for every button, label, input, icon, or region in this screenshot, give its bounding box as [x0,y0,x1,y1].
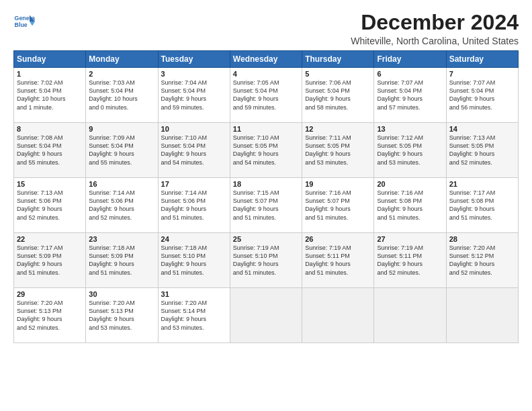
week-row-5: 29Sunrise: 7:20 AM Sunset: 5:13 PM Dayli… [14,288,519,343]
day-info: Sunrise: 7:12 AM Sunset: 5:05 PM Dayligh… [377,134,443,167]
day-number: 17 [161,180,227,188]
day-number: 25 [233,235,299,243]
calendar-cell: 3Sunrise: 7:04 AM Sunset: 5:04 PM Daylig… [158,68,230,123]
day-number: 26 [305,235,371,243]
calendar-cell: 28Sunrise: 7:20 AM Sunset: 5:12 PM Dayli… [446,233,518,288]
day-number: 29 [17,290,83,298]
day-info: Sunrise: 7:19 AM Sunset: 5:10 PM Dayligh… [233,244,299,277]
week-row-4: 22Sunrise: 7:17 AM Sunset: 5:09 PM Dayli… [14,233,519,288]
week-row-3: 15Sunrise: 7:13 AM Sunset: 5:06 PM Dayli… [14,178,519,233]
header: General Blue December 2024 Whiteville, N… [13,11,519,46]
calendar-cell: 29Sunrise: 7:20 AM Sunset: 5:13 PM Dayli… [14,288,86,343]
day-info: Sunrise: 7:07 AM Sunset: 5:04 PM Dayligh… [377,79,443,111]
day-info: Sunrise: 7:07 AM Sunset: 5:04 PM Dayligh… [449,79,515,111]
day-info: Sunrise: 7:18 AM Sunset: 5:10 PM Dayligh… [161,244,227,277]
day-number: 15 [17,180,83,188]
calendar-cell: 18Sunrise: 7:15 AM Sunset: 5:07 PM Dayli… [230,178,302,233]
day-info: Sunrise: 7:11 AM Sunset: 5:05 PM Dayligh… [305,134,371,167]
calendar-cell [302,288,374,343]
weekday-header-monday: Monday [86,51,158,68]
day-number: 2 [89,70,154,78]
day-info: Sunrise: 7:14 AM Sunset: 5:06 PM Dayligh… [89,189,154,222]
day-number: 8 [17,125,83,133]
calendar-cell: 26Sunrise: 7:19 AM Sunset: 5:11 PM Dayli… [302,233,374,288]
calendar-cell: 17Sunrise: 7:14 AM Sunset: 5:06 PM Dayli… [158,178,230,233]
day-info: Sunrise: 7:16 AM Sunset: 5:08 PM Dayligh… [377,189,443,222]
day-info: Sunrise: 7:19 AM Sunset: 5:11 PM Dayligh… [305,244,371,277]
calendar-cell: 16Sunrise: 7:14 AM Sunset: 5:06 PM Dayli… [86,178,158,233]
day-info: Sunrise: 7:13 AM Sunset: 5:05 PM Dayligh… [449,134,515,167]
weekday-header-wednesday: Wednesday [230,51,302,68]
calendar-cell: 6Sunrise: 7:07 AM Sunset: 5:04 PM Daylig… [374,68,446,123]
calendar-cell: 5Sunrise: 7:06 AM Sunset: 5:04 PM Daylig… [302,68,374,123]
month-title: December 2024 [351,11,519,34]
calendar-cell: 20Sunrise: 7:16 AM Sunset: 5:08 PM Dayli… [374,178,446,233]
calendar-cell: 10Sunrise: 7:10 AM Sunset: 5:04 PM Dayli… [158,123,230,178]
day-number: 14 [449,125,515,133]
day-number: 16 [89,180,154,188]
calendar-cell: 13Sunrise: 7:12 AM Sunset: 5:05 PM Dayli… [374,123,446,178]
day-number: 7 [449,70,515,78]
day-info: Sunrise: 7:08 AM Sunset: 5:04 PM Dayligh… [17,134,83,167]
day-info: Sunrise: 7:17 AM Sunset: 5:08 PM Dayligh… [449,189,515,222]
logo: General Blue [13,11,35,32]
day-number: 18 [233,180,299,188]
calendar-cell: 4Sunrise: 7:05 AM Sunset: 5:04 PM Daylig… [230,68,302,123]
week-row-1: 1Sunrise: 7:02 AM Sunset: 5:04 PM Daylig… [14,68,519,123]
calendar-cell: 21Sunrise: 7:17 AM Sunset: 5:08 PM Dayli… [446,178,518,233]
calendar-table: SundayMondayTuesdayWednesdayThursdayFrid… [13,50,519,343]
day-info: Sunrise: 7:18 AM Sunset: 5:09 PM Dayligh… [89,244,154,277]
day-number: 31 [161,290,227,298]
day-number: 3 [161,70,227,78]
calendar-cell: 30Sunrise: 7:20 AM Sunset: 5:13 PM Dayli… [86,288,158,343]
calendar-cell: 11Sunrise: 7:10 AM Sunset: 5:05 PM Dayli… [230,123,302,178]
calendar-cell: 24Sunrise: 7:18 AM Sunset: 5:10 PM Dayli… [158,233,230,288]
calendar-cell: 31Sunrise: 7:20 AM Sunset: 5:14 PM Dayli… [158,288,230,343]
calendar-cell: 7Sunrise: 7:07 AM Sunset: 5:04 PM Daylig… [446,68,518,123]
calendar-cell: 1Sunrise: 7:02 AM Sunset: 5:04 PM Daylig… [14,68,86,123]
calendar-cell: 25Sunrise: 7:19 AM Sunset: 5:10 PM Dayli… [230,233,302,288]
day-number: 9 [89,125,154,133]
week-row-2: 8Sunrise: 7:08 AM Sunset: 5:04 PM Daylig… [14,123,519,178]
calendar-cell: 8Sunrise: 7:08 AM Sunset: 5:04 PM Daylig… [14,123,86,178]
day-info: Sunrise: 7:20 AM Sunset: 5:13 PM Dayligh… [17,299,83,332]
day-number: 30 [89,290,154,298]
day-number: 19 [305,180,371,188]
day-info: Sunrise: 7:10 AM Sunset: 5:04 PM Dayligh… [161,134,227,167]
day-info: Sunrise: 7:10 AM Sunset: 5:05 PM Dayligh… [233,134,299,167]
day-number: 22 [17,235,83,243]
weekday-header-thursday: Thursday [302,51,374,68]
svg-text:Blue: Blue [15,21,28,28]
day-info: Sunrise: 7:14 AM Sunset: 5:06 PM Dayligh… [161,189,227,222]
svg-marker-3 [30,21,35,26]
day-number: 6 [377,70,443,78]
day-info: Sunrise: 7:04 AM Sunset: 5:04 PM Dayligh… [161,79,227,111]
day-number: 4 [233,70,299,78]
weekday-header-tuesday: Tuesday [158,51,230,68]
calendar-cell: 12Sunrise: 7:11 AM Sunset: 5:05 PM Dayli… [302,123,374,178]
day-number: 5 [305,70,371,78]
day-info: Sunrise: 7:03 AM Sunset: 5:04 PM Dayligh… [89,79,154,111]
day-info: Sunrise: 7:06 AM Sunset: 5:04 PM Dayligh… [305,79,371,111]
day-number: 28 [449,235,515,243]
header-row: SundayMondayTuesdayWednesdayThursdayFrid… [14,51,519,68]
day-number: 20 [377,180,443,188]
calendar-cell: 9Sunrise: 7:09 AM Sunset: 5:04 PM Daylig… [86,123,158,178]
day-number: 11 [233,125,299,133]
day-info: Sunrise: 7:05 AM Sunset: 5:04 PM Dayligh… [233,79,299,111]
day-info: Sunrise: 7:20 AM Sunset: 5:14 PM Dayligh… [161,299,227,332]
day-number: 27 [377,235,443,243]
day-info: Sunrise: 7:19 AM Sunset: 5:11 PM Dayligh… [377,244,443,277]
title-block: December 2024 Whiteville, North Carolina… [351,11,519,46]
day-number: 24 [161,235,227,243]
day-number: 12 [305,125,371,133]
calendar-cell: 15Sunrise: 7:13 AM Sunset: 5:06 PM Dayli… [14,178,86,233]
day-info: Sunrise: 7:20 AM Sunset: 5:13 PM Dayligh… [89,299,154,332]
day-number: 10 [161,125,227,133]
calendar-cell: 27Sunrise: 7:19 AM Sunset: 5:11 PM Dayli… [374,233,446,288]
day-info: Sunrise: 7:02 AM Sunset: 5:04 PM Dayligh… [17,79,83,111]
weekday-header-friday: Friday [374,51,446,68]
calendar-cell [230,288,302,343]
calendar-cell [446,288,518,343]
day-info: Sunrise: 7:15 AM Sunset: 5:07 PM Dayligh… [233,189,299,222]
